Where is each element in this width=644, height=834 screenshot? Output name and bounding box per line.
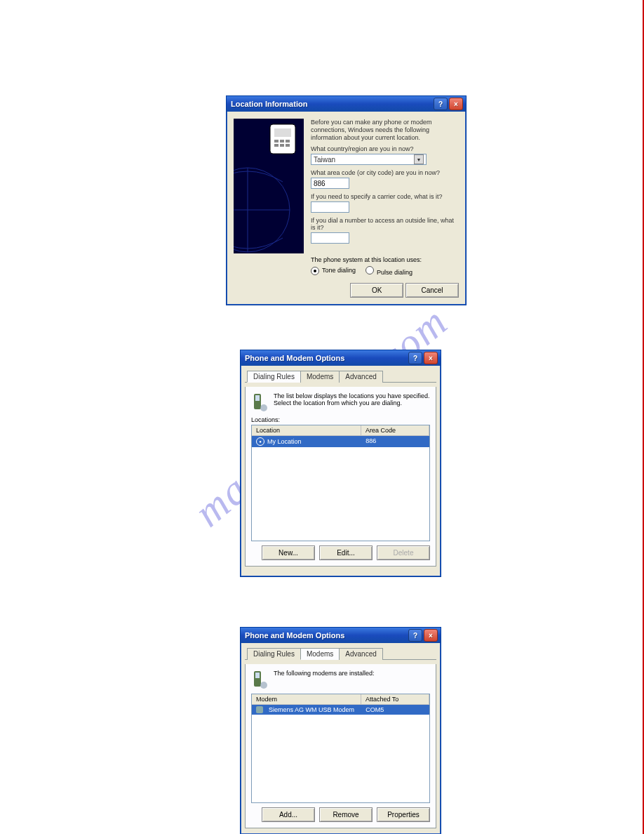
titlebar[interactable]: Phone and Modem Options ? × <box>241 350 441 366</box>
svg-rect-8 <box>274 144 279 147</box>
phone-modem-modems-dialog: Phone and Modem Options ? × Dialing Rule… <box>240 627 441 834</box>
svg-rect-9 <box>280 144 284 147</box>
svg-rect-5 <box>274 140 279 143</box>
col-location[interactable]: Location <box>252 425 361 435</box>
modem-icon <box>256 706 263 713</box>
pulse-label: Pulse dialing <box>377 269 412 276</box>
document-page: manualshive.com Location Information ? × <box>0 0 644 834</box>
area-label: What area code (or city code) are you in… <box>311 169 459 176</box>
svg-point-13 <box>260 404 267 411</box>
titlebar[interactable]: Location Information ? × <box>227 96 466 112</box>
dialing-desc: The list below displays the locations yo… <box>274 392 430 406</box>
col-attached-to[interactable]: Attached To <box>361 694 429 704</box>
col-area-code[interactable]: Area Code <box>361 425 429 435</box>
modem-port: COM5 <box>361 705 429 715</box>
tone-label: Tone dialing <box>322 267 356 274</box>
carrier-label: If you need to specify a carrier code, w… <box>311 193 459 200</box>
ok-button[interactable]: OK <box>350 283 403 298</box>
new-button[interactable]: New... <box>262 545 315 560</box>
phone-icon <box>251 670 268 689</box>
outside-label: If you dial a number to access an outsid… <box>311 217 459 231</box>
tab-advanced[interactable]: Advanced <box>339 371 382 383</box>
edit-button[interactable]: Edit... <box>319 545 373 560</box>
country-label: What country/region are you in now? <box>311 145 459 152</box>
carrier-code-input[interactable] <box>311 201 349 213</box>
intro-text: Before you can make any phone or modem c… <box>311 119 459 141</box>
chevron-down-icon: ▼ <box>414 154 424 164</box>
close-icon[interactable]: × <box>424 352 438 364</box>
tab-dialing-rules[interactable]: Dialing Rules <box>247 371 301 383</box>
close-icon[interactable]: × <box>449 98 463 110</box>
phone-system-label: The phone system at this location uses: <box>311 256 459 263</box>
modems-list[interactable]: Modem Attached To Siemens AG WM USB Mode… <box>251 694 430 803</box>
phone-icon <box>251 392 268 412</box>
modems-desc: The following modems are installed: <box>274 670 375 677</box>
phone-modem-dialing-rules-dialog: Phone and Modem Options ? × Dialing Rule… <box>240 350 441 577</box>
tab-modems[interactable]: Modems <box>300 371 340 383</box>
country-select[interactable]: Taiwan ▼ <box>311 154 427 165</box>
titlebar[interactable]: Phone and Modem Options ? × <box>241 628 441 643</box>
svg-point-16 <box>260 682 267 689</box>
window-title: Phone and Modem Options <box>245 354 344 362</box>
add-button[interactable]: Add... <box>262 807 315 822</box>
locations-label: Locations: <box>251 416 430 423</box>
svg-rect-4 <box>274 128 291 137</box>
svg-rect-12 <box>255 395 260 401</box>
tab-modems[interactable]: Modems <box>300 648 340 660</box>
window-title: Location Information <box>231 100 307 108</box>
pulse-dialing-radio[interactable]: Pulse dialing <box>365 266 412 276</box>
col-modem[interactable]: Modem <box>252 694 361 704</box>
location-information-dialog: Location Information ? × <box>226 95 467 305</box>
properties-button[interactable]: Properties <box>377 807 430 822</box>
sidebar-graphic <box>234 119 304 253</box>
cancel-button[interactable]: Cancel <box>405 283 459 298</box>
location-icon <box>256 437 264 446</box>
svg-rect-7 <box>286 140 290 143</box>
modem-name: Siemens AG WM USB Modem <box>269 706 354 713</box>
close-icon[interactable]: × <box>424 629 438 642</box>
tab-dialing-rules[interactable]: Dialing Rules <box>247 648 301 660</box>
help-icon[interactable]: ? <box>408 629 422 642</box>
location-name: My Location <box>267 438 302 445</box>
svg-rect-10 <box>286 144 290 147</box>
help-icon[interactable]: ? <box>434 98 448 110</box>
help-icon[interactable]: ? <box>408 352 422 364</box>
remove-button[interactable]: Remove <box>319 807 373 822</box>
list-item[interactable]: Siemens AG WM USB Modem COM5 <box>252 705 429 715</box>
window-title: Phone and Modem Options <box>245 631 344 640</box>
area-code-input[interactable] <box>311 178 349 189</box>
delete-button[interactable]: Delete <box>377 545 430 560</box>
outside-line-input[interactable] <box>311 232 349 244</box>
svg-rect-15 <box>255 673 260 678</box>
tab-advanced[interactable]: Advanced <box>339 648 382 660</box>
tone-dialing-radio[interactable]: Tone dialing <box>311 267 356 275</box>
country-value: Taiwan <box>314 156 335 164</box>
location-area-code: 886 <box>361 436 429 447</box>
svg-rect-6 <box>280 140 284 143</box>
locations-list[interactable]: Location Area Code My Location 886 <box>251 425 430 541</box>
list-item[interactable]: My Location 886 <box>252 436 429 447</box>
